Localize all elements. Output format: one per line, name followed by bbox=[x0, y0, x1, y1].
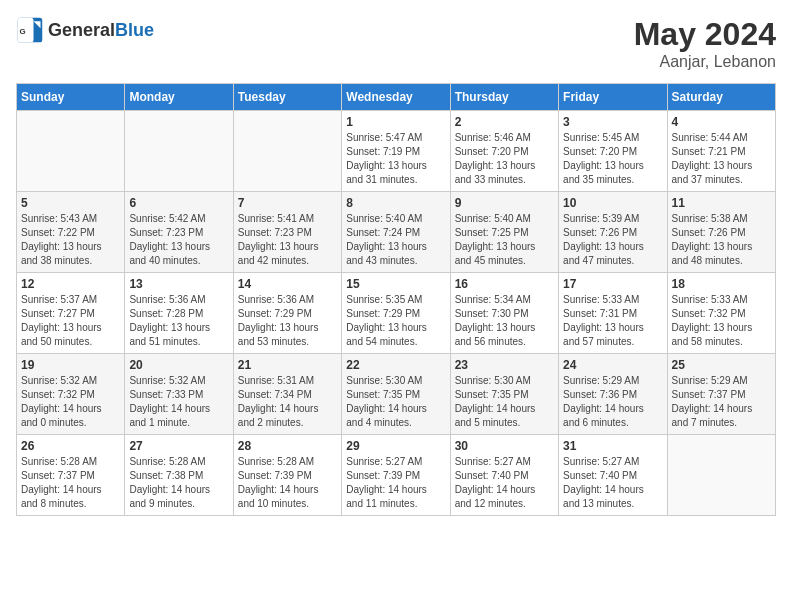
table-row: 29Sunrise: 5:27 AM Sunset: 7:39 PM Dayli… bbox=[342, 435, 450, 516]
cell-info-text: Sunrise: 5:32 AM Sunset: 7:33 PM Dayligh… bbox=[129, 374, 228, 430]
calendar-location: Aanjar, Lebanon bbox=[634, 53, 776, 71]
cell-info-text: Sunrise: 5:32 AM Sunset: 7:32 PM Dayligh… bbox=[21, 374, 120, 430]
calendar-header-row: Sunday Monday Tuesday Wednesday Thursday… bbox=[17, 84, 776, 111]
cell-info-text: Sunrise: 5:47 AM Sunset: 7:19 PM Dayligh… bbox=[346, 131, 445, 187]
table-row bbox=[667, 435, 775, 516]
table-row: 6Sunrise: 5:42 AM Sunset: 7:23 PM Daylig… bbox=[125, 192, 233, 273]
cell-info-text: Sunrise: 5:28 AM Sunset: 7:37 PM Dayligh… bbox=[21, 455, 120, 511]
table-row: 8Sunrise: 5:40 AM Sunset: 7:24 PM Daylig… bbox=[342, 192, 450, 273]
table-row: 18Sunrise: 5:33 AM Sunset: 7:32 PM Dayli… bbox=[667, 273, 775, 354]
table-row: 9Sunrise: 5:40 AM Sunset: 7:25 PM Daylig… bbox=[450, 192, 558, 273]
cell-date-number: 18 bbox=[672, 277, 771, 291]
table-row: 4Sunrise: 5:44 AM Sunset: 7:21 PM Daylig… bbox=[667, 111, 775, 192]
table-row: 21Sunrise: 5:31 AM Sunset: 7:34 PM Dayli… bbox=[233, 354, 341, 435]
cell-date-number: 22 bbox=[346, 358, 445, 372]
table-row: 19Sunrise: 5:32 AM Sunset: 7:32 PM Dayli… bbox=[17, 354, 125, 435]
cell-date-number: 3 bbox=[563, 115, 662, 129]
cell-info-text: Sunrise: 5:34 AM Sunset: 7:30 PM Dayligh… bbox=[455, 293, 554, 349]
cell-info-text: Sunrise: 5:30 AM Sunset: 7:35 PM Dayligh… bbox=[455, 374, 554, 430]
cell-info-text: Sunrise: 5:42 AM Sunset: 7:23 PM Dayligh… bbox=[129, 212, 228, 268]
header-thursday: Thursday bbox=[450, 84, 558, 111]
cell-info-text: Sunrise: 5:41 AM Sunset: 7:23 PM Dayligh… bbox=[238, 212, 337, 268]
table-row: 27Sunrise: 5:28 AM Sunset: 7:38 PM Dayli… bbox=[125, 435, 233, 516]
logo-icon: G bbox=[16, 16, 44, 44]
header-wednesday: Wednesday bbox=[342, 84, 450, 111]
cell-info-text: Sunrise: 5:37 AM Sunset: 7:27 PM Dayligh… bbox=[21, 293, 120, 349]
cell-date-number: 27 bbox=[129, 439, 228, 453]
table-row: 28Sunrise: 5:28 AM Sunset: 7:39 PM Dayli… bbox=[233, 435, 341, 516]
table-row: 30Sunrise: 5:27 AM Sunset: 7:40 PM Dayli… bbox=[450, 435, 558, 516]
cell-info-text: Sunrise: 5:39 AM Sunset: 7:26 PM Dayligh… bbox=[563, 212, 662, 268]
table-row: 1Sunrise: 5:47 AM Sunset: 7:19 PM Daylig… bbox=[342, 111, 450, 192]
header-friday: Friday bbox=[559, 84, 667, 111]
table-row: 17Sunrise: 5:33 AM Sunset: 7:31 PM Dayli… bbox=[559, 273, 667, 354]
table-row: 25Sunrise: 5:29 AM Sunset: 7:37 PM Dayli… bbox=[667, 354, 775, 435]
cell-info-text: Sunrise: 5:28 AM Sunset: 7:38 PM Dayligh… bbox=[129, 455, 228, 511]
cell-info-text: Sunrise: 5:36 AM Sunset: 7:28 PM Dayligh… bbox=[129, 293, 228, 349]
calendar-title: May 2024 bbox=[634, 16, 776, 53]
table-row: 3Sunrise: 5:45 AM Sunset: 7:20 PM Daylig… bbox=[559, 111, 667, 192]
cell-date-number: 14 bbox=[238, 277, 337, 291]
cell-info-text: Sunrise: 5:44 AM Sunset: 7:21 PM Dayligh… bbox=[672, 131, 771, 187]
cell-info-text: Sunrise: 5:35 AM Sunset: 7:29 PM Dayligh… bbox=[346, 293, 445, 349]
cell-date-number: 17 bbox=[563, 277, 662, 291]
header-sunday: Sunday bbox=[17, 84, 125, 111]
cell-date-number: 26 bbox=[21, 439, 120, 453]
table-row: 22Sunrise: 5:30 AM Sunset: 7:35 PM Dayli… bbox=[342, 354, 450, 435]
svg-text:G: G bbox=[20, 27, 26, 36]
cell-date-number: 6 bbox=[129, 196, 228, 210]
table-row: 13Sunrise: 5:36 AM Sunset: 7:28 PM Dayli… bbox=[125, 273, 233, 354]
cell-info-text: Sunrise: 5:30 AM Sunset: 7:35 PM Dayligh… bbox=[346, 374, 445, 430]
cell-date-number: 16 bbox=[455, 277, 554, 291]
cell-info-text: Sunrise: 5:36 AM Sunset: 7:29 PM Dayligh… bbox=[238, 293, 337, 349]
cell-date-number: 2 bbox=[455, 115, 554, 129]
calendar-week-row: 19Sunrise: 5:32 AM Sunset: 7:32 PM Dayli… bbox=[17, 354, 776, 435]
calendar-week-row: 26Sunrise: 5:28 AM Sunset: 7:37 PM Dayli… bbox=[17, 435, 776, 516]
table-row: 5Sunrise: 5:43 AM Sunset: 7:22 PM Daylig… bbox=[17, 192, 125, 273]
page-header: G GeneralBlue May 2024 Aanjar, Lebanon bbox=[16, 16, 776, 71]
cell-date-number: 8 bbox=[346, 196, 445, 210]
header-saturday: Saturday bbox=[667, 84, 775, 111]
table-row: 12Sunrise: 5:37 AM Sunset: 7:27 PM Dayli… bbox=[17, 273, 125, 354]
cell-date-number: 5 bbox=[21, 196, 120, 210]
cell-info-text: Sunrise: 5:27 AM Sunset: 7:40 PM Dayligh… bbox=[455, 455, 554, 511]
cell-info-text: Sunrise: 5:27 AM Sunset: 7:40 PM Dayligh… bbox=[563, 455, 662, 511]
cell-info-text: Sunrise: 5:28 AM Sunset: 7:39 PM Dayligh… bbox=[238, 455, 337, 511]
table-row: 20Sunrise: 5:32 AM Sunset: 7:33 PM Dayli… bbox=[125, 354, 233, 435]
table-row: 23Sunrise: 5:30 AM Sunset: 7:35 PM Dayli… bbox=[450, 354, 558, 435]
cell-info-text: Sunrise: 5:29 AM Sunset: 7:36 PM Dayligh… bbox=[563, 374, 662, 430]
header-tuesday: Tuesday bbox=[233, 84, 341, 111]
cell-date-number: 4 bbox=[672, 115, 771, 129]
cell-date-number: 7 bbox=[238, 196, 337, 210]
logo-blue: Blue bbox=[115, 20, 154, 40]
table-row: 11Sunrise: 5:38 AM Sunset: 7:26 PM Dayli… bbox=[667, 192, 775, 273]
cell-info-text: Sunrise: 5:38 AM Sunset: 7:26 PM Dayligh… bbox=[672, 212, 771, 268]
cell-info-text: Sunrise: 5:27 AM Sunset: 7:39 PM Dayligh… bbox=[346, 455, 445, 511]
cell-date-number: 9 bbox=[455, 196, 554, 210]
table-row: 14Sunrise: 5:36 AM Sunset: 7:29 PM Dayli… bbox=[233, 273, 341, 354]
cell-date-number: 21 bbox=[238, 358, 337, 372]
table-row: 16Sunrise: 5:34 AM Sunset: 7:30 PM Dayli… bbox=[450, 273, 558, 354]
cell-date-number: 31 bbox=[563, 439, 662, 453]
cell-date-number: 1 bbox=[346, 115, 445, 129]
cell-info-text: Sunrise: 5:40 AM Sunset: 7:25 PM Dayligh… bbox=[455, 212, 554, 268]
table-row: 15Sunrise: 5:35 AM Sunset: 7:29 PM Dayli… bbox=[342, 273, 450, 354]
cell-info-text: Sunrise: 5:31 AM Sunset: 7:34 PM Dayligh… bbox=[238, 374, 337, 430]
logo-general: General bbox=[48, 20, 115, 40]
cell-info-text: Sunrise: 5:46 AM Sunset: 7:20 PM Dayligh… bbox=[455, 131, 554, 187]
cell-date-number: 15 bbox=[346, 277, 445, 291]
table-row: 2Sunrise: 5:46 AM Sunset: 7:20 PM Daylig… bbox=[450, 111, 558, 192]
cell-date-number: 30 bbox=[455, 439, 554, 453]
calendar-table: Sunday Monday Tuesday Wednesday Thursday… bbox=[16, 83, 776, 516]
cell-info-text: Sunrise: 5:29 AM Sunset: 7:37 PM Dayligh… bbox=[672, 374, 771, 430]
cell-date-number: 29 bbox=[346, 439, 445, 453]
logo: G GeneralBlue bbox=[16, 16, 154, 44]
logo-text: GeneralBlue bbox=[48, 20, 154, 41]
cell-date-number: 13 bbox=[129, 277, 228, 291]
cell-date-number: 24 bbox=[563, 358, 662, 372]
header-monday: Monday bbox=[125, 84, 233, 111]
cell-date-number: 11 bbox=[672, 196, 771, 210]
table-row: 7Sunrise: 5:41 AM Sunset: 7:23 PM Daylig… bbox=[233, 192, 341, 273]
cell-date-number: 28 bbox=[238, 439, 337, 453]
cell-info-text: Sunrise: 5:33 AM Sunset: 7:32 PM Dayligh… bbox=[672, 293, 771, 349]
